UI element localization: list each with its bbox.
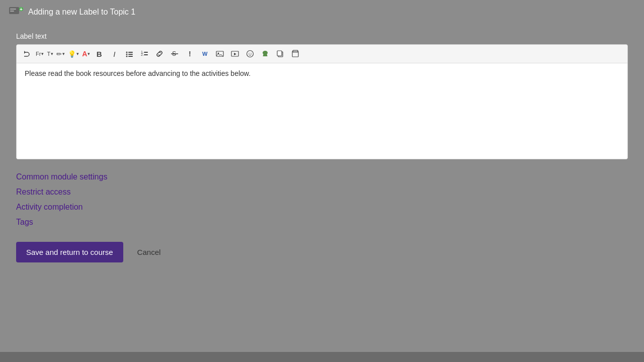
- toolbar-link[interactable]: [152, 47, 167, 61]
- toolbar-word[interactable]: W: [198, 47, 212, 61]
- toolbar-paste[interactable]: [288, 47, 302, 61]
- svg-rect-10: [128, 56, 133, 57]
- page-title: Adding a new Label to Topic 1: [28, 8, 135, 17]
- toolbar-image[interactable]: [213, 47, 227, 61]
- toolbar-text-color[interactable]: A ▾: [81, 47, 91, 61]
- editor-label: Label text: [16, 32, 628, 40]
- svg-rect-12: [144, 52, 148, 53]
- save-button[interactable]: Save and return to course: [16, 242, 123, 262]
- cancel-button[interactable]: Cancel: [135, 242, 163, 262]
- toolbar-format[interactable]: 💡 ▾: [67, 47, 80, 61]
- editor-body[interactable]: Please read the book resources before ad…: [17, 63, 627, 159]
- actions-area: Save and return to course Cancel: [16, 242, 628, 262]
- svg-rect-8: [128, 54, 133, 55]
- toolbar-ordered-list[interactable]: 1. 2.: [137, 47, 151, 61]
- svg-rect-6: [128, 52, 133, 53]
- section-activity-completion[interactable]: Activity completion: [16, 200, 628, 215]
- toolbar-bold[interactable]: B: [92, 47, 106, 61]
- svg-rect-4: [10, 11, 14, 12]
- sections-area: Common module settings Restrict access A…: [16, 169, 628, 230]
- svg-point-5: [126, 52, 128, 53]
- svg-point-20: [249, 53, 250, 54]
- svg-text:+: +: [20, 7, 23, 12]
- toolbar-media[interactable]: [228, 47, 242, 61]
- svg-rect-3: [10, 9, 16, 10]
- toolbar-emoticon[interactable]: [243, 47, 257, 61]
- section-common-module-settings[interactable]: Common module settings: [16, 169, 628, 185]
- toolbar-moodle-media[interactable]: [258, 47, 272, 61]
- toolbar-font-family[interactable]: Fr ▾: [35, 47, 45, 61]
- svg-rect-14: [144, 54, 148, 55]
- toolbar-italic[interactable]: I: [107, 47, 121, 61]
- toolbar-copy[interactable]: [273, 47, 287, 61]
- header-bar: + Adding a new Label to Topic 1: [0, 0, 644, 24]
- section-restrict-access[interactable]: Restrict access: [16, 185, 628, 200]
- svg-rect-23: [277, 51, 282, 56]
- editor-toolbar: Fr ▾ T ▾ ✏ ▾ 💡 ▾ A ▾: [17, 45, 627, 63]
- toolbar-special-char[interactable]: !: [183, 47, 197, 61]
- toolbar-unordered-list[interactable]: [122, 47, 136, 61]
- toolbar-undo[interactable]: [20, 47, 34, 61]
- label-icon: +: [8, 4, 24, 20]
- toolbar-strikethrough[interactable]: S: [168, 47, 182, 61]
- section-tags[interactable]: Tags: [16, 215, 628, 230]
- svg-point-21: [251, 53, 252, 54]
- svg-text:2.: 2.: [141, 53, 144, 56]
- page-wrapper: + Adding a new Label to Topic 1 Label te…: [0, 0, 644, 362]
- toolbar-highlight[interactable]: ✏ ▾: [55, 47, 66, 61]
- footer-bar: [0, 352, 644, 362]
- svg-point-7: [126, 54, 128, 55]
- editor-container: Fr ▾ T ▾ ✏ ▾ 💡 ▾ A ▾: [16, 44, 628, 159]
- editor-content: Please read the book resources before ad…: [25, 69, 619, 77]
- content-area: Label text Fr ▾ T ▾ ✏ ▾: [0, 24, 644, 270]
- svg-point-9: [126, 56, 128, 57]
- toolbar-font-size[interactable]: T ▾: [46, 47, 54, 61]
